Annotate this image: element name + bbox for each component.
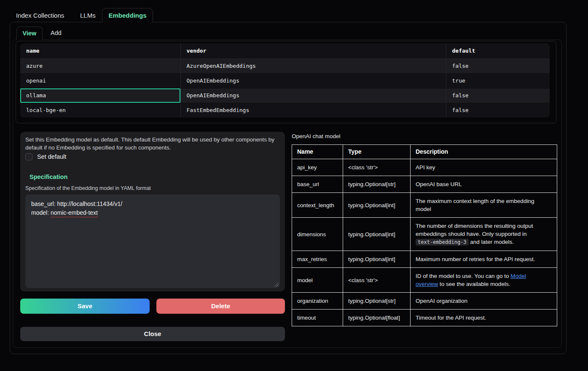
doc-cell-name: base_url	[292, 176, 343, 193]
cell-vendor[interactable]: FastEmbedEmbeddings	[180, 103, 446, 117]
tab-llms[interactable]: LLMs	[80, 12, 96, 19]
doc-row: context_lengthtyping.Optional[int]The ma…	[292, 193, 557, 218]
inline-code: text-embedding-3	[416, 239, 469, 246]
cell-name[interactable]: openai	[20, 73, 180, 88]
doc-row: dimensionstyping.Optional[int]The number…	[292, 218, 557, 251]
cell-name[interactable]: local-bge-en	[20, 103, 180, 117]
spec-line-1: base_url: http://localhost:11434/v1/	[31, 200, 274, 208]
doc-row: model<class 'str'>ID of the model to use…	[292, 268, 557, 293]
cell-default[interactable]: true	[446, 73, 550, 88]
doc-row: base_urltyping.Optional[str]OpenAI base …	[292, 176, 557, 193]
tab-view[interactable]: View	[16, 27, 43, 40]
doc-cell-name: model	[292, 268, 343, 293]
doc-row: organizationtyping.Optional[str]OpenAI o…	[292, 293, 557, 310]
embeddings-table-header-row: namevendordefault	[20, 43, 550, 59]
cell-name[interactable]: ollama	[20, 88, 180, 103]
doc-table-header-row: NameTypeDescription	[292, 145, 557, 159]
doc-cell-description: API key	[411, 159, 557, 176]
doc-column-header-name: Name	[292, 145, 343, 159]
column-header-vendor[interactable]: vendor	[180, 43, 446, 59]
doc-cell-description: The number of dimensions the resulting o…	[411, 218, 557, 251]
misspelled-word: nomic-embed-text	[51, 209, 98, 216]
doc-cell-type: typing.Optional[float]	[343, 310, 411, 326]
doc-cell-name: api_key	[292, 159, 343, 176]
doc-cell-type: <class 'str'>	[343, 268, 411, 293]
cell-default[interactable]: false	[446, 88, 550, 103]
table-row: ollamaOpenAIEmbeddingsfalse	[20, 88, 550, 103]
specification-textarea[interactable]: base_url: http://localhost:11434/v1/ mod…	[25, 195, 280, 288]
save-button[interactable]: Save	[20, 299, 150, 314]
doc-table-title: OpenAI chat model	[292, 133, 341, 139]
cell-name[interactable]: azure	[20, 59, 180, 73]
resize-handle-icon[interactable]	[274, 282, 279, 287]
doc-table: NameTypeDescription api_key<class 'str'>…	[292, 144, 557, 326]
doc-cell-name: timeout	[292, 310, 343, 326]
doc-row: max_retriestyping.Optional[int]Maximum n…	[292, 251, 557, 268]
doc-cell-description: Maximum number of retries for the API re…	[411, 251, 557, 268]
doc-cell-type: typing.Optional[int]	[343, 193, 411, 218]
set-default-label: Set default	[37, 153, 66, 160]
cell-default[interactable]: false	[446, 59, 550, 73]
embedding-settings-panel: Set this Embedding model as default. Thi…	[20, 132, 285, 291]
doc-row: timeouttyping.Optional[float]Timeout for…	[292, 310, 557, 326]
doc-cell-type: typing.Optional[int]	[343, 218, 411, 251]
tab-embeddings[interactable]: Embeddings	[102, 8, 153, 23]
column-header-name[interactable]: name	[20, 43, 180, 59]
table-row: local-bge-enFastEmbedEmbeddingsfalse	[20, 103, 550, 117]
specification-help-text: Specification of the Embedding model in …	[25, 185, 151, 191]
cell-default[interactable]: false	[446, 103, 550, 117]
doc-cell-type: typing.Optional[str]	[343, 176, 411, 193]
set-default-help-text: Set this Embedding model as default. Thi…	[25, 136, 280, 152]
set-default-checkbox-row[interactable]: Set default	[25, 153, 66, 160]
model-overview-link[interactable]: Model overview	[416, 273, 526, 287]
doc-cell-description: OpenAI organization	[411, 293, 557, 310]
app-window: Index Collections LLMs Embeddings View A…	[0, 0, 588, 371]
doc-cell-description: The maximum context length of the embedd…	[411, 193, 557, 218]
cell-vendor[interactable]: OpenAIEmbeddings	[180, 73, 446, 88]
close-button[interactable]: Close	[20, 327, 285, 341]
table-row: azureAzureOpenAIEmbeddingsfalse	[20, 59, 550, 73]
doc-column-header-description: Description	[411, 145, 557, 159]
doc-cell-name: context_length	[292, 193, 343, 218]
doc-cell-name: max_retries	[292, 251, 343, 268]
specification-heading: Specification	[30, 173, 67, 180]
cell-vendor[interactable]: OpenAIEmbeddings	[180, 88, 446, 103]
doc-cell-type: typing.Optional[int]	[343, 251, 411, 268]
embeddings-table: namevendordefault azureAzureOpenAIEmbedd…	[20, 43, 550, 117]
doc-cell-description: ID of the model to use. You can go to Mo…	[411, 268, 557, 293]
doc-cell-type: <class 'str'>	[343, 159, 411, 176]
table-row: openaiOpenAIEmbeddingstrue	[20, 73, 550, 88]
tab-index-collections[interactable]: Index Collections	[16, 12, 64, 19]
tab-add[interactable]: Add	[43, 27, 70, 40]
doc-cell-description: OpenAI base URL	[411, 176, 557, 193]
cell-vendor[interactable]: AzureOpenAIEmbeddings	[180, 59, 446, 73]
delete-button[interactable]: Delete	[156, 299, 285, 314]
spec-line-2: model: nomic-embed-text	[31, 208, 274, 217]
doc-cell-name: organization	[292, 293, 343, 310]
doc-column-header-type: Type	[343, 145, 411, 159]
doc-row: api_key<class 'str'>API key	[292, 159, 557, 176]
column-header-default[interactable]: default	[446, 43, 550, 59]
doc-cell-name: dimensions	[292, 218, 343, 251]
doc-cell-type: typing.Optional[str]	[343, 293, 411, 310]
doc-cell-description: Timeout for the API request.	[411, 310, 557, 326]
set-default-checkbox[interactable]	[25, 153, 32, 160]
